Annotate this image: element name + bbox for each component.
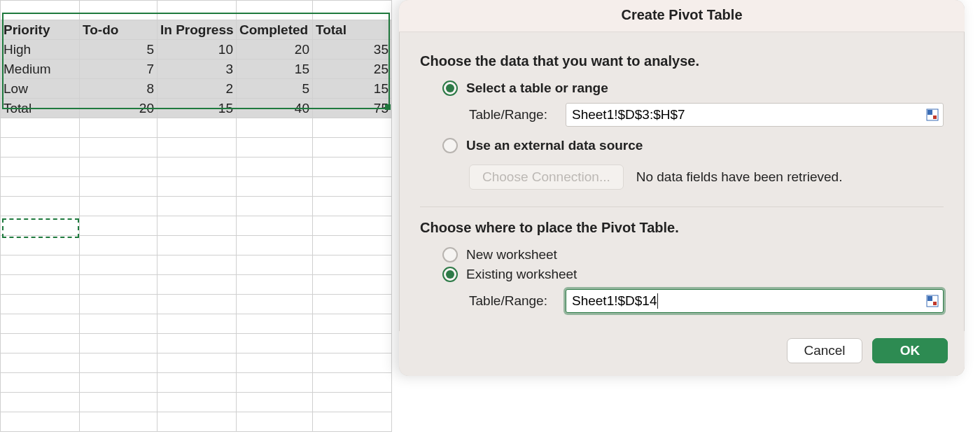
table-blank-row [1,1,392,20]
table-row: Low 8 2 5 15 [1,79,392,99]
option-external-row[interactable]: Use an external data source [442,138,944,153]
row-label[interactable]: Medium [1,59,80,79]
cell[interactable]: 15 [312,79,391,99]
table-range-label: Table/Range: [469,107,566,122]
table-blank-row [1,393,392,412]
text-caret [657,293,658,309]
cell[interactable]: 15 [236,59,312,79]
section-choose-data: Choose the data that you want to analyse… [420,53,944,69]
table-blank-row [1,177,392,197]
table-row: Total 20 15 40 75 [1,99,392,118]
svg-rect-2 [933,115,937,119]
cell[interactable]: 5 [236,79,312,99]
row-label[interactable]: Low [1,79,80,99]
cell[interactable]: 40 [236,99,312,118]
cell[interactable]: 20 [236,40,312,59]
radio-select-range[interactable] [442,80,458,96]
table-blank-row [1,138,392,158]
col-completed[interactable]: Completed [236,20,312,40]
table-blank-row [1,197,392,216]
table-blank-row [1,118,392,138]
table-blank-row [1,275,392,295]
dialog-title: Create Pivot Table [399,0,965,32]
create-pivot-table-dialog: Create Pivot Table Choose the data that … [399,0,965,376]
cell[interactable]: 20 [80,99,158,118]
cell[interactable]: 8 [80,79,158,99]
table-header-row: Priority To-do In Progress Completed Tot… [1,20,392,40]
table-blank-row [1,295,392,314]
cell[interactable]: 5 [80,40,158,59]
spreadsheet[interactable]: Priority To-do In Progress Completed Tot… [0,0,392,434]
col-total[interactable]: Total [312,20,391,40]
option-existing-worksheet-label: Existing worksheet [466,267,577,282]
table-row: High 5 10 20 35 [1,40,392,59]
svg-rect-4 [927,296,932,301]
no-data-fields-message: No data fields have been retrieved. [636,169,843,185]
option-select-range-label: Select a table or range [466,80,608,96]
table-blank-row [1,314,392,334]
option-new-worksheet-row[interactable]: New worksheet [442,247,944,262]
cell[interactable]: 7 [80,59,158,79]
table-blank-row [1,255,392,275]
table-blank-row [1,412,392,432]
col-inprogress[interactable]: In Progress [157,20,236,40]
choose-connection-button: Choose Connection... [469,164,624,190]
svg-rect-5 [933,302,937,305]
range-picker-icon[interactable] [926,108,939,121]
divider [420,206,944,207]
svg-rect-1 [927,110,932,115]
cell[interactable]: 10 [157,40,236,59]
option-existing-worksheet-row[interactable]: Existing worksheet [442,267,944,282]
cell[interactable]: 75 [312,99,391,118]
table-range-input[interactable] [566,104,943,125]
destination-range-label: Table/Range: [469,293,566,309]
table-blank-row [1,373,392,393]
table-range-field[interactable] [566,103,944,127]
table-blank-row [1,236,392,255]
radio-existing-worksheet[interactable] [442,267,458,282]
radio-external-source[interactable] [442,138,458,153]
row-label[interactable]: Total [1,99,80,118]
ok-button[interactable]: OK [872,338,948,363]
col-priority[interactable]: Priority [1,20,80,40]
cell[interactable]: 15 [157,99,236,118]
section-choose-placement: Choose where to place the Pivot Table. [420,220,944,236]
col-todo[interactable]: To-do [80,20,158,40]
table-row: Medium 7 3 15 25 [1,59,392,79]
table-blank-row [1,158,392,177]
cell[interactable]: 2 [157,79,236,99]
destination-range-field[interactable] [566,289,944,313]
radio-new-worksheet[interactable] [442,247,458,262]
cell[interactable]: 3 [157,59,236,79]
data-table[interactable]: Priority To-do In Progress Completed Tot… [0,0,392,432]
range-picker-icon[interactable] [926,295,939,307]
destination-range-input[interactable] [566,290,943,312]
table-blank-row [1,216,392,236]
table-blank-row [1,334,392,354]
cell[interactable]: 35 [312,40,391,59]
row-label[interactable]: High [1,40,80,59]
table-blank-row [1,354,392,373]
option-select-range-row[interactable]: Select a table or range [442,80,944,96]
cell[interactable]: 25 [312,59,391,79]
option-new-worksheet-label: New worksheet [466,247,557,262]
option-external-label: Use an external data source [466,138,643,153]
cancel-button[interactable]: Cancel [787,338,862,363]
